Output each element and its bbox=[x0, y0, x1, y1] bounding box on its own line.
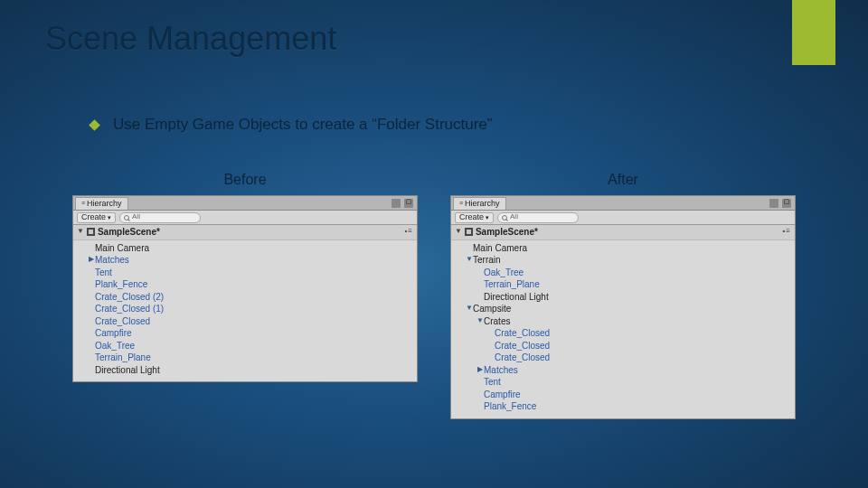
dropdown-icon: ≡ bbox=[459, 199, 463, 207]
panel-tabbar: ≡ Hierarchy bbox=[73, 196, 417, 211]
before-label: Before bbox=[223, 172, 266, 188]
hierarchy-item[interactable]: ▼Campsite bbox=[451, 303, 795, 315]
popout-icon[interactable] bbox=[392, 199, 401, 208]
hierarchy-search[interactable]: All bbox=[119, 212, 201, 223]
create-label: Create bbox=[459, 211, 484, 222]
after-label: After bbox=[608, 172, 638, 188]
hierarchy-item[interactable]: Crate_Closed bbox=[451, 327, 795, 340]
hierarchy-item-label: Crates bbox=[484, 315, 510, 328]
foldout-arrow-icon[interactable]: ▶ bbox=[88, 255, 95, 265]
scene-row[interactable]: ▼ SampleScene* •≡ bbox=[451, 225, 795, 240]
hierarchy-item[interactable]: Terrain_Plane bbox=[73, 352, 417, 364]
search-icon bbox=[502, 215, 507, 221]
hierarchy-item[interactable]: Crate_Closed (1) bbox=[73, 303, 417, 315]
hierarchy-item[interactable]: Plank_Fence bbox=[451, 400, 795, 413]
hierarchy-item-label: Main Camera bbox=[473, 242, 527, 255]
popout-icon[interactable] bbox=[769, 199, 778, 208]
dropdown-icon: ≡ bbox=[81, 199, 85, 207]
hierarchy-tab[interactable]: ≡ Hierarchy bbox=[453, 197, 506, 210]
hierarchy-item-label: Plank_Fence bbox=[95, 278, 147, 291]
hierarchy-item[interactable]: ▼Terrain bbox=[451, 254, 795, 267]
hierarchy-item-label: Matches bbox=[484, 364, 518, 377]
create-button[interactable]: Create ▾ bbox=[77, 212, 116, 223]
hierarchy-item-label: Campfire bbox=[95, 327, 132, 340]
hierarchy-item-label: Campsite bbox=[473, 303, 511, 315]
scene-row[interactable]: ▼ SampleScene* •≡ bbox=[73, 225, 417, 240]
lock-icon[interactable] bbox=[404, 199, 413, 208]
hierarchy-item-label: Crate_Closed bbox=[495, 327, 550, 340]
foldout-arrow-icon[interactable]: ▼ bbox=[466, 255, 473, 265]
chevron-down-icon: ▾ bbox=[108, 213, 111, 221]
hierarchy-item[interactable]: Crate_Closed (2) bbox=[73, 291, 417, 304]
hierarchy-item[interactable]: Plank_Fence bbox=[73, 278, 417, 291]
search-placeholder: All bbox=[510, 212, 518, 222]
hierarchy-item[interactable]: Crate_Closed bbox=[451, 352, 795, 364]
before-column: Before ≡ Hierarchy Create ▾ bbox=[72, 172, 418, 419]
scene-name: SampleScene* bbox=[98, 226, 160, 239]
create-button[interactable]: Create ▾ bbox=[455, 212, 494, 223]
hierarchy-tab[interactable]: ≡ Hierarchy bbox=[75, 197, 128, 210]
hierarchy-item[interactable]: ▶Matches bbox=[73, 254, 417, 267]
hierarchy-item-label: Campfire bbox=[484, 389, 521, 401]
context-menu-icon[interactable]: •≡ bbox=[783, 227, 791, 237]
hierarchy-item-label: Plank_Fence bbox=[484, 400, 536, 413]
hierarchy-item-label: Main Camera bbox=[95, 242, 149, 255]
hierarchy-item[interactable]: Main Camera bbox=[451, 242, 795, 255]
unity-scene-icon bbox=[465, 228, 473, 236]
foldout-icon: ▼ bbox=[455, 227, 462, 237]
slide: Scene Management Use Empty Game Objects … bbox=[0, 0, 868, 488]
hierarchy-item-label: Oak_Tree bbox=[95, 340, 135, 352]
hierarchy-item[interactable]: Campfire bbox=[73, 327, 417, 340]
bullet-text: Use Empty Game Objects to create a “Fold… bbox=[113, 116, 492, 134]
hierarchy-item-label: Terrain_Plane bbox=[484, 278, 540, 291]
hierarchy-search[interactable]: All bbox=[497, 212, 579, 223]
hierarchy-tab-label: Hierarchy bbox=[465, 198, 500, 209]
context-menu-icon[interactable]: •≡ bbox=[405, 227, 413, 237]
hierarchy-item-label: Tent bbox=[484, 376, 501, 389]
panel-toolbar: Create ▾ All bbox=[73, 211, 417, 225]
hierarchy-item-label: Tent bbox=[95, 267, 112, 279]
foldout-arrow-icon[interactable]: ▶ bbox=[476, 365, 484, 375]
hierarchy-tab-label: Hierarchy bbox=[87, 198, 122, 209]
accent-bar bbox=[792, 0, 835, 65]
hierarchy-item-label: Crate_Closed (2) bbox=[95, 291, 164, 304]
bullet-diamond-icon bbox=[89, 119, 100, 131]
panel-tabbar: ≡ Hierarchy bbox=[451, 196, 795, 211]
hierarchy-item[interactable]: Oak_Tree bbox=[451, 267, 795, 279]
after-column: After ≡ Hierarchy Create ▾ bbox=[450, 172, 796, 419]
hierarchy-item[interactable]: Main Camera bbox=[73, 242, 417, 255]
hierarchy-item-label: Terrain_Plane bbox=[95, 352, 151, 364]
foldout-arrow-icon[interactable]: ▼ bbox=[476, 316, 484, 326]
hierarchy-item-label: Oak_Tree bbox=[484, 267, 524, 279]
hierarchy-item[interactable]: Crate_Closed bbox=[73, 315, 417, 328]
scene-name: SampleScene* bbox=[476, 226, 538, 239]
foldout-arrow-icon[interactable]: ▼ bbox=[466, 304, 473, 314]
bullet-row: Use Empty Game Objects to create a “Fold… bbox=[90, 116, 492, 134]
after-tree: Main Camera▼TerrainOak_TreeTerrain_Plane… bbox=[451, 240, 795, 418]
foldout-icon: ▼ bbox=[77, 227, 84, 237]
hierarchy-item[interactable]: Campfire bbox=[451, 389, 795, 401]
hierarchy-item-label: Crate_Closed bbox=[495, 352, 550, 364]
hierarchy-item-label: Directional Light bbox=[95, 364, 160, 377]
search-icon bbox=[124, 215, 129, 221]
hierarchy-item[interactable]: Directional Light bbox=[73, 364, 417, 377]
columns: Before ≡ Hierarchy Create ▾ bbox=[72, 172, 796, 419]
hierarchy-item[interactable]: Tent bbox=[73, 267, 417, 279]
hierarchy-item-label: Matches bbox=[95, 254, 129, 267]
hierarchy-item[interactable]: Oak_Tree bbox=[73, 340, 417, 352]
hierarchy-panel-after: ≡ Hierarchy Create ▾ All bbox=[450, 195, 796, 419]
unity-scene-icon bbox=[87, 228, 95, 236]
hierarchy-item[interactable]: Terrain_Plane bbox=[451, 278, 795, 291]
panel-toolbar: Create ▾ All bbox=[451, 211, 795, 225]
hierarchy-item[interactable]: Tent bbox=[451, 376, 795, 389]
hierarchy-item[interactable]: Crate_Closed bbox=[451, 340, 795, 352]
hierarchy-item-label: Crate_Closed (1) bbox=[95, 303, 164, 315]
lock-icon[interactable] bbox=[782, 199, 791, 208]
hierarchy-item-label: Crate_Closed bbox=[95, 315, 150, 328]
hierarchy-item-label: Terrain bbox=[473, 254, 501, 267]
chevron-down-icon: ▾ bbox=[486, 213, 489, 221]
before-tree: Main Camera▶MatchesTentPlank_FenceCrate_… bbox=[73, 240, 417, 382]
hierarchy-item[interactable]: ▼Crates bbox=[451, 315, 795, 328]
hierarchy-item[interactable]: Directional Light bbox=[451, 291, 795, 304]
hierarchy-item[interactable]: ▶Matches bbox=[451, 364, 795, 377]
